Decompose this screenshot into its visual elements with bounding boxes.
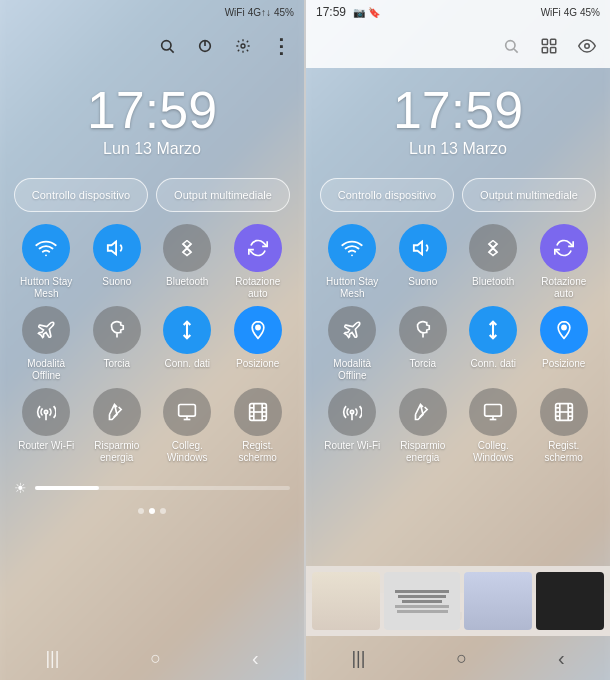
back-btn-right[interactable]: ‹	[558, 647, 565, 670]
control-buttons-right: Controllo dispositivo Output multimedial…	[306, 178, 610, 212]
toggle-label: Hutton Stay Mesh	[322, 276, 382, 300]
brightness-fill	[35, 486, 99, 490]
eye-icon-right[interactable]	[576, 35, 598, 57]
toggles-grid-right-r3: Router Wi-FiRisparmio energiaColleg. Win…	[306, 388, 610, 464]
toggle-circle	[22, 306, 70, 354]
toggle-circle	[469, 224, 517, 272]
toggle-item[interactable]: Suono	[85, 224, 150, 300]
toggle-item[interactable]: Suono	[391, 224, 456, 300]
toggle-item[interactable]: Posizione	[226, 306, 291, 382]
wifi-icon-right: WiFi	[541, 7, 561, 18]
toggle-item[interactable]: Torcia	[85, 306, 150, 382]
controllo-dispositivo-btn-right[interactable]: Controllo dispositivo	[320, 178, 454, 212]
toggle-item[interactable]: Regist. schermo	[226, 388, 291, 464]
home-btn-left[interactable]: ○	[150, 648, 161, 669]
svg-rect-25	[551, 39, 556, 44]
toggle-label: Colleg. Windows	[463, 440, 523, 464]
svg-rect-27	[551, 48, 556, 53]
thumbnail-3[interactable]	[464, 572, 532, 630]
toggle-label: Modalità Offline	[322, 358, 382, 382]
svg-point-4	[241, 44, 245, 48]
toggle-label: Regist. schermo	[228, 440, 288, 464]
controllo-dispositivo-btn-left[interactable]: Controllo dispositivo	[14, 178, 148, 212]
toggle-item[interactable]: Conn. dati	[155, 306, 220, 382]
toggle-item[interactable]: Bluetooth	[461, 224, 526, 300]
status-bar-left: WiFi 4G↑↓ 45%	[0, 0, 304, 24]
toggle-item[interactable]: Router Wi-Fi	[320, 388, 385, 464]
output-multimediale-btn-left[interactable]: Output multimediale	[156, 178, 290, 212]
svg-point-32	[562, 325, 566, 329]
toggle-circle	[93, 388, 141, 436]
home-btn-right[interactable]: ○	[456, 648, 467, 669]
toggle-label: Colleg. Windows	[157, 440, 217, 464]
thumbnail-2[interactable]	[384, 572, 460, 630]
time-display-right: 17:59	[316, 5, 346, 19]
toggle-item[interactable]: Colleg. Windows	[155, 388, 220, 464]
toggle-item[interactable]: Modalità Offline	[14, 306, 79, 382]
toggle-item[interactable]: Rotazione auto	[226, 224, 291, 300]
brightness-bar-left: ☀	[14, 480, 290, 496]
thumbnail-1[interactable]	[312, 572, 380, 630]
toggle-label: Suono	[408, 276, 437, 288]
toggle-item[interactable]: Hutton Stay Mesh	[320, 224, 385, 300]
output-multimediale-btn-right[interactable]: Output multimediale	[462, 178, 596, 212]
search-icon-right[interactable]	[500, 35, 522, 57]
toggle-item[interactable]: Colleg. Windows	[461, 388, 526, 464]
recent-apps-btn-left[interactable]: |||	[45, 648, 59, 669]
toggle-label: Rotazione auto	[228, 276, 288, 300]
toggle-circle	[163, 388, 211, 436]
toggle-circle	[22, 388, 70, 436]
dot-3	[160, 508, 166, 514]
toggle-item[interactable]: Hutton Stay Mesh	[14, 224, 79, 300]
dot-1	[138, 508, 144, 514]
settings-icon[interactable]	[232, 35, 254, 57]
svg-marker-29	[414, 242, 422, 255]
toggle-item[interactable]: Bluetooth	[155, 224, 220, 300]
brightness-track[interactable]	[35, 486, 290, 490]
toggle-label: Bluetooth	[166, 276, 208, 288]
signal-right: 4G	[564, 7, 577, 18]
toggles-grid-left-r3: Router Wi-FiRisparmio energiaColleg. Win…	[0, 388, 304, 464]
toggle-item[interactable]: Conn. dati	[461, 306, 526, 382]
toggle-item[interactable]: Router Wi-Fi	[14, 388, 79, 464]
recent-apps-btn-right[interactable]: |||	[351, 648, 365, 669]
back-btn-left[interactable]: ‹	[252, 647, 259, 670]
toggle-label: Regist. schermo	[534, 440, 594, 464]
status-right-area-right: WiFi 4G 45%	[541, 7, 600, 18]
toggle-label: Hutton Stay Mesh	[16, 276, 76, 300]
bottom-nav-right: ||| ○ ‹	[306, 636, 610, 680]
wifi-icon: WiFi	[225, 7, 245, 18]
toggle-item[interactable]: Risparmio energia	[391, 388, 456, 464]
toggle-label: Torcia	[409, 358, 436, 370]
status-icons-right: 📷 🔖	[353, 7, 380, 18]
toggle-item[interactable]: Risparmio energia	[85, 388, 150, 464]
svg-line-23	[514, 49, 518, 53]
toggle-circle	[399, 306, 447, 354]
toggle-item[interactable]: Rotazione auto	[532, 224, 597, 300]
toggle-item[interactable]: Torcia	[391, 306, 456, 382]
toggle-label: Suono	[102, 276, 131, 288]
toggle-label: Rotazione auto	[534, 276, 594, 300]
search-icon[interactable]	[156, 35, 178, 57]
right-panel: 17:59 📷 🔖 WiFi 4G 45% 17:59 Lun	[306, 0, 610, 680]
power-icon[interactable]	[194, 35, 216, 57]
toggle-label: Conn. dati	[470, 358, 516, 370]
svg-point-33	[351, 410, 354, 413]
clock-area-left: 17:59 Lun 13 Marzo	[0, 68, 304, 178]
clock-time-right: 17:59	[306, 84, 610, 136]
toggles-grid-left: Hutton Stay MeshSuonoBluetoothRotazione …	[0, 224, 304, 300]
toggle-item[interactable]: Regist. schermo	[532, 388, 597, 464]
toggle-label: Posizione	[542, 358, 585, 370]
right-panel-content: 17:59 📷 🔖 WiFi 4G 45% 17:59 Lun	[306, 0, 610, 680]
clock-date-right: Lun 13 Marzo	[306, 140, 610, 158]
toggle-circle	[328, 388, 376, 436]
recents-icon-right[interactable]	[538, 35, 560, 57]
more-icon[interactable]: ⋮	[270, 35, 292, 57]
toggle-label: Posizione	[236, 358, 279, 370]
top-icons-bar-left: ⋮	[0, 24, 304, 68]
thumbnail-4[interactable]	[536, 572, 604, 630]
svg-rect-24	[542, 39, 547, 44]
toggle-item[interactable]: Posizione	[532, 306, 597, 382]
toggle-circle	[22, 224, 70, 272]
toggle-item[interactable]: Modalità Offline	[320, 306, 385, 382]
